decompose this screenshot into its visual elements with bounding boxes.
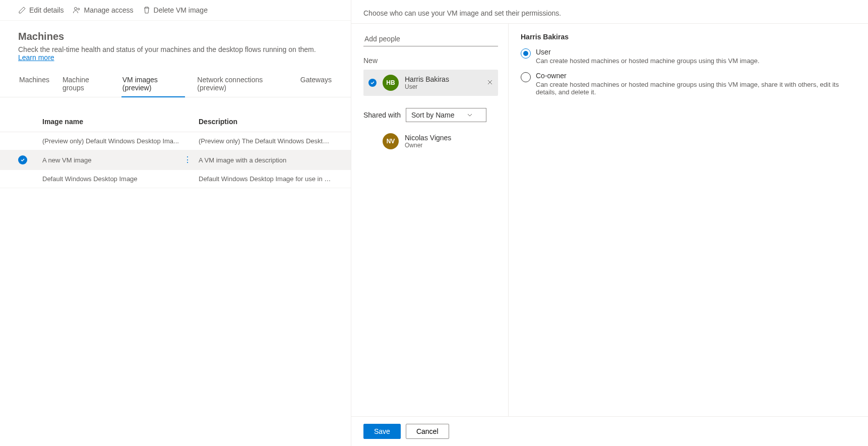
- table-header: Image name Description: [0, 112, 351, 132]
- row-selector[interactable]: [18, 155, 42, 164]
- save-button[interactable]: Save: [363, 424, 401, 439]
- image-name: (Preview only) Default Windows Desktop I…: [42, 137, 199, 145]
- people-icon: [73, 6, 81, 14]
- new-section-label: New: [363, 57, 498, 65]
- page-title: Machines: [18, 31, 333, 42]
- person-card-shared[interactable]: NV Nicolas Vignes Owner: [363, 128, 498, 154]
- tab-machine-groups[interactable]: Machine groups: [61, 71, 110, 97]
- delete-vm-image-button[interactable]: Delete VM image: [143, 6, 208, 14]
- permissions-person-name: Harris Bakiras: [521, 33, 856, 41]
- permission-label: User: [536, 48, 760, 56]
- image-name: A new VM image ⋮: [42, 156, 199, 164]
- delete-vm-image-label: Delete VM image: [154, 6, 208, 14]
- person-role: User: [405, 83, 449, 90]
- manage-access-label: Manage access: [84, 6, 133, 14]
- image-description: (Preview only) The Default Windows Deskt…: [199, 137, 333, 145]
- toolbar: Edit details Manage access Delete VM ima…: [0, 0, 351, 21]
- tab-gateways[interactable]: Gateways: [299, 71, 333, 97]
- pencil-icon: [18, 6, 26, 14]
- avatar: NV: [383, 133, 399, 149]
- image-name: Default Windows Desktop Image: [42, 175, 199, 183]
- person-role: Owner: [405, 142, 451, 149]
- tab-vm-images[interactable]: VM images (preview): [121, 71, 185, 97]
- col-description: Description: [199, 118, 333, 126]
- person-name: Nicolas Vignes: [405, 134, 451, 142]
- remove-person-button[interactable]: [487, 79, 493, 87]
- edit-details-button[interactable]: Edit details: [18, 6, 64, 14]
- table-row[interactable]: A new VM image ⋮ A VM image with a descr…: [0, 150, 351, 170]
- svg-point-1: [78, 8, 80, 10]
- tab-network-connections[interactable]: Network connections (preview): [196, 71, 288, 97]
- check-icon: [18, 155, 27, 164]
- manage-access-button[interactable]: Manage access: [73, 6, 133, 14]
- image-description: Default Windows Desktop Image for use in…: [199, 175, 333, 183]
- image-description: A VM image with a description: [199, 156, 333, 164]
- chevron-down-icon: [467, 112, 473, 118]
- panel-heading: Choose who can use your VM image and set…: [351, 0, 868, 24]
- shared-with-label: Shared with: [363, 111, 401, 119]
- table-row[interactable]: Default Windows Desktop Image Default Wi…: [0, 170, 351, 188]
- permission-description: Can create hosted machines or hosted mac…: [536, 81, 856, 96]
- page-description: Check the real-time health and status of…: [18, 45, 333, 62]
- tabs: Machines Machine groups VM images (previ…: [0, 71, 351, 97]
- radio-icon: [521, 72, 531, 82]
- svg-point-0: [75, 8, 77, 10]
- permission-label: Co-owner: [536, 72, 856, 80]
- table-row[interactable]: (Preview only) Default Windows Desktop I…: [0, 132, 351, 150]
- permission-option-user[interactable]: User Can create hosted machines or hoste…: [521, 48, 856, 65]
- tab-machines[interactable]: Machines: [18, 71, 50, 97]
- avatar: HB: [383, 75, 399, 91]
- permission-option-coowner[interactable]: Co-owner Can create hosted machines or h…: [521, 72, 856, 96]
- sort-dropdown[interactable]: Sort by Name: [406, 108, 486, 122]
- add-people-input[interactable]: [363, 32, 498, 46]
- person-name: Harris Bakiras: [405, 75, 449, 83]
- permission-description: Can create hosted machines or hosted mac…: [536, 57, 760, 65]
- radio-icon: [521, 48, 531, 59]
- check-icon: [368, 79, 377, 87]
- close-icon: [487, 79, 493, 85]
- trash-icon: [143, 6, 151, 14]
- person-card-new[interactable]: HB Harris Bakiras User: [363, 70, 498, 96]
- col-image-name: Image name: [42, 118, 199, 126]
- learn-more-link[interactable]: Learn more: [18, 53, 54, 62]
- edit-details-label: Edit details: [29, 6, 64, 14]
- cancel-button[interactable]: Cancel: [406, 424, 449, 439]
